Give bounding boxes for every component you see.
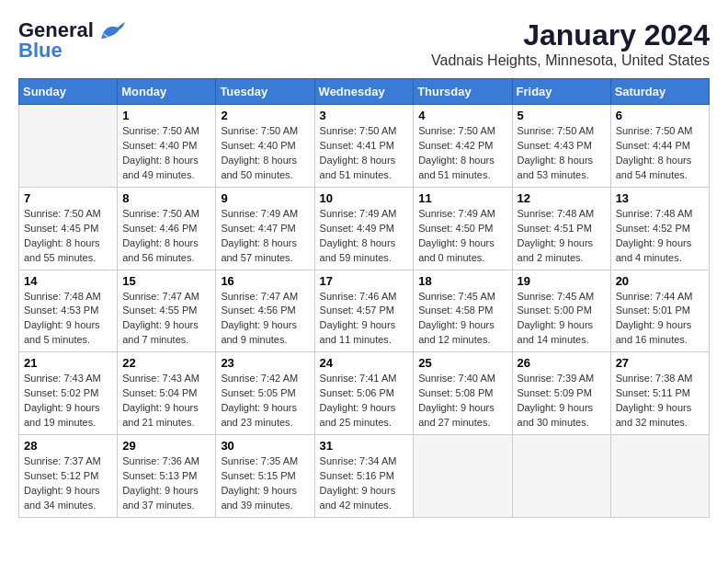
day-number: 13 <box>616 191 704 205</box>
day-number: 18 <box>418 274 506 288</box>
day-info: Sunrise: 7:47 AMSunset: 4:55 PMDaylight:… <box>122 290 210 349</box>
calendar-cell: 1Sunrise: 7:50 AMSunset: 4:40 PMDaylight… <box>118 105 216 188</box>
day-number: 17 <box>320 274 409 288</box>
calendar-cell: 19Sunrise: 7:45 AMSunset: 5:00 PMDayligh… <box>512 270 610 352</box>
day-info: Sunrise: 7:46 AMSunset: 4:57 PMDaylight:… <box>320 290 409 349</box>
day-number: 26 <box>518 356 606 370</box>
day-info: Sunrise: 7:41 AMSunset: 5:06 PMDaylight:… <box>320 372 409 431</box>
calendar-cell: 24Sunrise: 7:41 AMSunset: 5:06 PMDayligh… <box>314 352 414 435</box>
calendar-week-1: 1Sunrise: 7:50 AMSunset: 4:40 PMDaylight… <box>19 105 710 188</box>
day-info: Sunrise: 7:49 AMSunset: 4:49 PMDaylight:… <box>320 207 409 266</box>
day-number: 30 <box>221 439 309 453</box>
calendar-cell <box>19 105 118 188</box>
day-info: Sunrise: 7:50 AMSunset: 4:40 PMDaylight:… <box>221 124 309 183</box>
calendar-cell <box>610 435 709 518</box>
day-number: 2 <box>221 109 309 122</box>
calendar-cell: 7Sunrise: 7:50 AMSunset: 4:45 PMDaylight… <box>19 187 118 270</box>
weekday-header-friday: Friday <box>512 79 610 105</box>
day-number: 5 <box>518 109 606 122</box>
day-number: 28 <box>24 439 112 453</box>
calendar-cell: 13Sunrise: 7:48 AMSunset: 4:52 PMDayligh… <box>610 187 709 270</box>
day-info: Sunrise: 7:49 AMSunset: 4:47 PMDaylight:… <box>221 207 309 266</box>
day-number: 25 <box>418 356 506 370</box>
calendar-cell: 14Sunrise: 7:48 AMSunset: 4:53 PMDayligh… <box>19 270 118 352</box>
day-number: 9 <box>221 191 309 205</box>
weekday-header-tuesday: Tuesday <box>216 79 314 105</box>
day-number: 8 <box>122 191 210 205</box>
calendar-cell: 30Sunrise: 7:35 AMSunset: 5:15 PMDayligh… <box>216 435 314 518</box>
calendar-cell: 26Sunrise: 7:39 AMSunset: 5:09 PMDayligh… <box>512 352 610 435</box>
day-info: Sunrise: 7:40 AMSunset: 5:08 PMDaylight:… <box>418 372 506 431</box>
day-info: Sunrise: 7:48 AMSunset: 4:51 PMDaylight:… <box>518 207 606 266</box>
calendar-week-2: 7Sunrise: 7:50 AMSunset: 4:45 PMDaylight… <box>19 187 710 270</box>
calendar-cell: 22Sunrise: 7:43 AMSunset: 5:04 PMDayligh… <box>118 352 216 435</box>
day-info: Sunrise: 7:38 AMSunset: 5:11 PMDaylight:… <box>616 372 704 431</box>
logo-blue: Blue <box>18 39 63 63</box>
day-number: 29 <box>122 439 210 453</box>
weekday-header-wednesday: Wednesday <box>314 79 414 105</box>
day-number: 21 <box>24 356 112 370</box>
day-number: 11 <box>418 191 506 205</box>
title-block: January 2024 Vadnais Heights, Minnesota,… <box>431 18 710 69</box>
day-number: 22 <box>122 356 210 370</box>
day-number: 20 <box>616 274 704 288</box>
day-info: Sunrise: 7:34 AMSunset: 5:16 PMDaylight:… <box>320 454 409 513</box>
day-info: Sunrise: 7:36 AMSunset: 5:13 PMDaylight:… <box>122 454 210 513</box>
day-number: 24 <box>320 356 409 370</box>
calendar-cell: 10Sunrise: 7:49 AMSunset: 4:49 PMDayligh… <box>314 187 414 270</box>
calendar-week-4: 21Sunrise: 7:43 AMSunset: 5:02 PMDayligh… <box>19 352 710 435</box>
day-number: 15 <box>122 274 210 288</box>
day-number: 27 <box>616 356 704 370</box>
calendar-cell: 4Sunrise: 7:50 AMSunset: 4:42 PMDaylight… <box>414 105 512 188</box>
day-info: Sunrise: 7:43 AMSunset: 5:04 PMDaylight:… <box>122 372 210 431</box>
calendar-cell <box>414 435 512 518</box>
day-info: Sunrise: 7:50 AMSunset: 4:40 PMDaylight:… <box>122 124 210 183</box>
day-number: 1 <box>122 109 210 122</box>
calendar-cell: 16Sunrise: 7:47 AMSunset: 4:56 PMDayligh… <box>216 270 314 352</box>
day-number: 6 <box>616 109 704 122</box>
calendar-cell: 11Sunrise: 7:49 AMSunset: 4:50 PMDayligh… <box>414 187 512 270</box>
calendar-cell: 31Sunrise: 7:34 AMSunset: 5:16 PMDayligh… <box>314 435 414 518</box>
calendar-cell: 2Sunrise: 7:50 AMSunset: 4:40 PMDaylight… <box>216 105 314 188</box>
day-number: 3 <box>320 109 409 122</box>
day-info: Sunrise: 7:50 AMSunset: 4:45 PMDaylight:… <box>24 207 112 266</box>
day-info: Sunrise: 7:50 AMSunset: 4:42 PMDaylight:… <box>418 124 506 183</box>
day-info: Sunrise: 7:50 AMSunset: 4:44 PMDaylight:… <box>616 124 704 183</box>
day-number: 23 <box>221 356 309 370</box>
weekday-header-saturday: Saturday <box>610 79 709 105</box>
calendar-cell: 27Sunrise: 7:38 AMSunset: 5:11 PMDayligh… <box>610 352 709 435</box>
calendar-cell: 3Sunrise: 7:50 AMSunset: 4:41 PMDaylight… <box>314 105 414 188</box>
calendar-cell: 25Sunrise: 7:40 AMSunset: 5:08 PMDayligh… <box>414 352 512 435</box>
calendar-week-3: 14Sunrise: 7:48 AMSunset: 4:53 PMDayligh… <box>19 270 710 352</box>
day-info: Sunrise: 7:48 AMSunset: 4:53 PMDaylight:… <box>24 290 112 349</box>
calendar-cell: 28Sunrise: 7:37 AMSunset: 5:12 PMDayligh… <box>19 435 118 518</box>
day-info: Sunrise: 7:37 AMSunset: 5:12 PMDaylight:… <box>24 454 112 513</box>
logo: General Blue <box>18 18 125 63</box>
day-info: Sunrise: 7:42 AMSunset: 5:05 PMDaylight:… <box>221 372 309 431</box>
day-info: Sunrise: 7:45 AMSunset: 4:58 PMDaylight:… <box>418 290 506 349</box>
day-info: Sunrise: 7:48 AMSunset: 4:52 PMDaylight:… <box>616 207 704 266</box>
day-info: Sunrise: 7:50 AMSunset: 4:43 PMDaylight:… <box>518 124 606 183</box>
calendar-cell <box>512 435 610 518</box>
calendar-cell: 23Sunrise: 7:42 AMSunset: 5:05 PMDayligh… <box>216 352 314 435</box>
page-header: General Blue January 2024 Vadnais Height… <box>18 18 710 69</box>
day-number: 4 <box>418 109 506 122</box>
calendar-cell: 5Sunrise: 7:50 AMSunset: 4:43 PMDaylight… <box>512 105 610 188</box>
day-info: Sunrise: 7:43 AMSunset: 5:02 PMDaylight:… <box>24 372 112 431</box>
day-info: Sunrise: 7:50 AMSunset: 4:46 PMDaylight:… <box>122 207 210 266</box>
calendar-cell: 20Sunrise: 7:44 AMSunset: 5:01 PMDayligh… <box>610 270 709 352</box>
calendar-cell: 15Sunrise: 7:47 AMSunset: 4:55 PMDayligh… <box>118 270 216 352</box>
day-info: Sunrise: 7:45 AMSunset: 5:00 PMDaylight:… <box>518 290 606 349</box>
weekday-header-row: SundayMondayTuesdayWednesdayThursdayFrid… <box>19 79 710 105</box>
calendar-week-5: 28Sunrise: 7:37 AMSunset: 5:12 PMDayligh… <box>19 435 710 518</box>
month-title: January 2024 <box>431 18 710 52</box>
day-number: 19 <box>518 274 606 288</box>
weekday-header-monday: Monday <box>118 79 216 105</box>
weekday-header-thursday: Thursday <box>414 79 512 105</box>
day-number: 12 <box>518 191 606 205</box>
weekday-header-sunday: Sunday <box>19 79 118 105</box>
calendar-cell: 9Sunrise: 7:49 AMSunset: 4:47 PMDaylight… <box>216 187 314 270</box>
day-number: 7 <box>24 191 112 205</box>
day-number: 10 <box>320 191 409 205</box>
day-number: 14 <box>24 274 112 288</box>
